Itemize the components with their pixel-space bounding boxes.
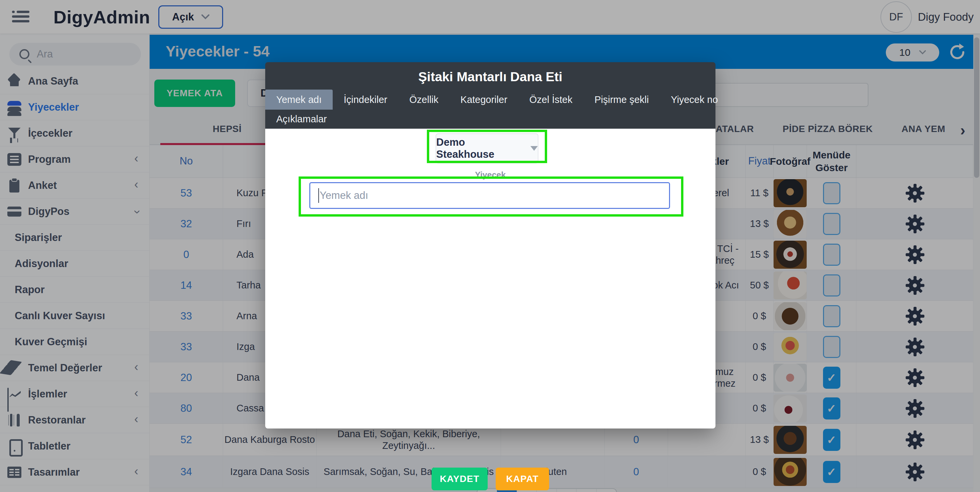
annotation-box-restaurant-select	[427, 130, 547, 163]
modal-tab[interactable]: Pişirme şekli	[584, 89, 660, 110]
modal-tab[interactable]: Yemek adı	[265, 89, 332, 110]
modal-title: Şitaki Mantarlı Dana Eti	[265, 62, 716, 84]
save-button[interactable]: KAYDET	[431, 468, 488, 490]
modal-tab[interactable]: Özellik	[398, 89, 450, 110]
modal-tab[interactable]: Özel İstek	[519, 89, 584, 110]
food-edit-modal: Şitaki Mantarlı Dana Eti Yemek adı İçind…	[265, 62, 716, 428]
modal-tab[interactable]: Kategoriler	[450, 89, 519, 110]
modal-body: Demo Steakhouse Yiyecek Yemek adı KAYDET…	[265, 129, 716, 428]
modal-tab[interactable]: Açıklamalar	[265, 110, 338, 129]
close-button[interactable]: KAPAT	[496, 468, 549, 490]
annotation-box-name-input	[299, 176, 683, 217]
modal-tab[interactable]: İçindekiler	[332, 89, 398, 110]
modal-tab[interactable]: Yiyecek no	[660, 89, 729, 110]
modal-header: Şitaki Mantarlı Dana Eti Yemek adı İçind…	[265, 62, 716, 129]
